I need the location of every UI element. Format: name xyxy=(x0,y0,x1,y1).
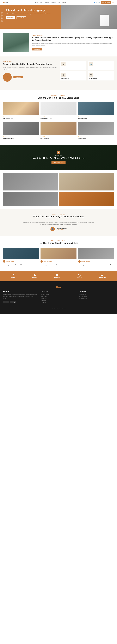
gallery-image-2 xyxy=(59,173,114,190)
user-icon[interactable]: 👤 xyxy=(93,2,95,3)
footer-links-col: Quick Links Company History Modern Tiles… xyxy=(41,291,76,304)
pinterest-icon[interactable]: p xyxy=(1,20,3,22)
product-name-6: Colorful Stone xyxy=(78,138,114,139)
globe-icon: ◎ xyxy=(34,274,36,276)
sumit-icon: △ xyxy=(12,274,14,276)
blog-author-name-1: David Mr. Warren xyxy=(6,261,14,262)
blog-avatar-3 xyxy=(78,260,80,262)
circle-label: CIRCLE xyxy=(77,277,82,278)
footer-linkedin-button[interactable]: in xyxy=(10,301,12,303)
products-title: Explore Our Tiles Toilet & Stone Shop xyxy=(3,96,114,100)
footer-link-1[interactable]: Company History xyxy=(41,293,76,295)
blog-avatar-2 xyxy=(40,260,43,262)
identity-icon: ❋ xyxy=(56,274,58,276)
hero-primary-button[interactable]: SHOW MORE xyxy=(6,16,15,19)
nav-home[interactable]: Home xyxy=(35,2,38,3)
blog-title-3: Solving Common Cross-Platform Issues Whe… xyxy=(78,263,114,265)
blog-meta-2: 25 January 💬 5 👁 1 xyxy=(40,266,76,266)
cta-join-button[interactable]: JOIN WITH US → xyxy=(52,161,66,164)
blog-image-3 xyxy=(78,248,114,260)
nav-elements[interactable]: Elements xyxy=(51,2,56,3)
globe-label: GLOBE xyxy=(32,277,37,278)
footer-columns: About Us Sed ut perspiciatis unde omnis … xyxy=(3,291,114,304)
product-card-5: ★★★★★ Grey Wall Tiles £23.99 xyxy=(40,122,77,140)
product-image-4 xyxy=(3,122,39,135)
hero-title: Tiles stone, toilet setup agency xyxy=(3,9,58,12)
services-title: Discover Our Best Offer To Made Your Nic… xyxy=(3,63,57,66)
blog-section: Latest News & Blog Get Our Every Single … xyxy=(0,236,117,271)
cart-icon[interactable]: 🛒 xyxy=(96,2,98,3)
blog-avatar-1 xyxy=(3,260,5,262)
footer-logo-text: Zixxo xyxy=(56,286,61,288)
service-name-toolkits: Work Toolkits xyxy=(89,78,112,79)
partners-section: △ SUMIT ◎ GLOBE ❋ IDENTITY ◯ CIRCLE ⛰ MO… xyxy=(0,271,117,281)
testimonial-author: 👤 Lester M. Norwood New Working xyxy=(3,227,114,231)
service-card-stone: ◈ Modern Stone xyxy=(60,71,86,80)
cta-icon: ■ xyxy=(57,151,60,154)
footer-facebook-button[interactable]: f xyxy=(3,301,6,303)
blog-title-1: Practical Guide Testing React Applicatio… xyxy=(3,263,39,265)
product-card-6: ★★★★★ Colorful Stone £29.99 xyxy=(78,122,114,140)
nav-actions: 👤 🛒 🔍 GET A QUOTE ☰ xyxy=(93,1,114,4)
blog-author-3: David Mr. Warren xyxy=(78,260,114,262)
footer-link-3[interactable]: Our Services xyxy=(41,298,76,300)
blog-meta-3: 25 January 💬 5 👁 1 xyxy=(78,266,114,266)
linkedin-icon[interactable]: in xyxy=(1,18,3,20)
blog-card-2: David Mr. Warren How Web Designers Can H… xyxy=(40,248,76,266)
products-tag: Our Latest Product xyxy=(3,95,114,96)
hero-secondary-button[interactable]: READ MORE xyxy=(16,16,26,19)
gallery-image-4 xyxy=(59,192,114,206)
nav-product[interactable]: Product xyxy=(45,2,49,3)
about-title: Explore Modern Tiles Stone & Toilet Serv… xyxy=(32,36,114,42)
footer-email[interactable]: ✉ Email Address xyxy=(79,298,114,300)
cta-tag: Get More Update xyxy=(54,155,62,156)
search-icon[interactable]: 🔍 xyxy=(98,2,100,3)
about-content: About Company Explore Modern Tiles Stone… xyxy=(32,35,114,50)
footer-link-4[interactable]: Latest Blog xyxy=(41,300,76,302)
product-stars-3: ★★★★★ xyxy=(78,116,114,118)
hero-section: f t in p Tiles stone, toilet setup agenc… xyxy=(0,5,117,29)
product-card-3: ★★★★★ Roca Bathrooms £29.99 xyxy=(78,102,114,121)
nav-blog[interactable]: Blog xyxy=(58,2,60,3)
cta-section: ■ Get More Update Need Any Helps For Mod… xyxy=(0,145,117,170)
footer-link-5[interactable]: Contact Us xyxy=(41,302,76,304)
get-quote-button[interactable]: GET A QUOTE xyxy=(101,1,111,4)
cta-title: Need Any Helps For Modern Tiles & Toilet… xyxy=(32,157,84,159)
author-name: Lester M. Norwood xyxy=(56,228,66,229)
sumit-label: SUMIT xyxy=(12,277,16,278)
menu-icon[interactable]: ☰ xyxy=(112,2,114,4)
blog-image-1 xyxy=(3,248,39,260)
about-image xyxy=(3,33,29,52)
testimonials-title: What Our Customer Say's About Our Produc… xyxy=(3,215,114,218)
author-info: Lester M. Norwood New Working xyxy=(56,228,66,230)
mountain-label: MOUNTAIN xyxy=(98,277,106,278)
product-stars-1: ★★★★★ xyxy=(3,116,39,118)
navigation: Zixxo Home About Product Elements Blog C… xyxy=(0,0,117,5)
about-tag: About Company xyxy=(32,35,114,36)
partner-mountain: ⛰ MOUNTAIN xyxy=(98,274,106,278)
about-read-more-button[interactable]: READ MORE xyxy=(32,48,42,50)
footer-about-col: About Us Sed ut perspiciatis unde omnis … xyxy=(3,291,38,304)
footer-link-2[interactable]: Modern Tiles xyxy=(41,295,76,298)
product-name-4: Modern Room Toilet xyxy=(3,138,39,139)
footer-bottom: © 2024 Zixxo. All Rights Reserved xyxy=(3,308,114,310)
nav-about[interactable]: About xyxy=(40,2,43,3)
partner-identity: ❋ IDENTITY xyxy=(54,274,60,278)
twitter-icon[interactable]: t xyxy=(1,14,3,16)
footer-address[interactable]: 📍 Address Info xyxy=(79,293,114,295)
hero-description: Sed ut perspiciatis unde omnis iste natu… xyxy=(3,13,58,15)
hero-image xyxy=(62,5,117,29)
footer-twitter-button[interactable]: t xyxy=(6,301,9,303)
services-section: What We Offer Discover Our Best Offer To… xyxy=(0,56,117,90)
services-read-more-button[interactable]: READ MORE xyxy=(14,76,23,78)
footer-phone[interactable]: 📞 Phone Number xyxy=(79,295,114,298)
blog-author-1: David Mr. Warren xyxy=(3,260,39,262)
product-image-2 xyxy=(40,102,77,116)
footer-contact-col: Contact Us 📍 Address Info 📞 Phone Number… xyxy=(79,291,114,304)
partner-sumit: △ SUMIT xyxy=(12,274,16,278)
facebook-icon[interactable]: f xyxy=(1,12,3,14)
footer-pinterest-button[interactable]: p xyxy=(14,301,16,303)
partner-globe: ◎ GLOBE xyxy=(32,274,37,278)
footer: Zixxo About Us Sed ut perspiciatis unde … xyxy=(0,281,117,314)
nav-contact[interactable]: Contact xyxy=(62,2,66,3)
